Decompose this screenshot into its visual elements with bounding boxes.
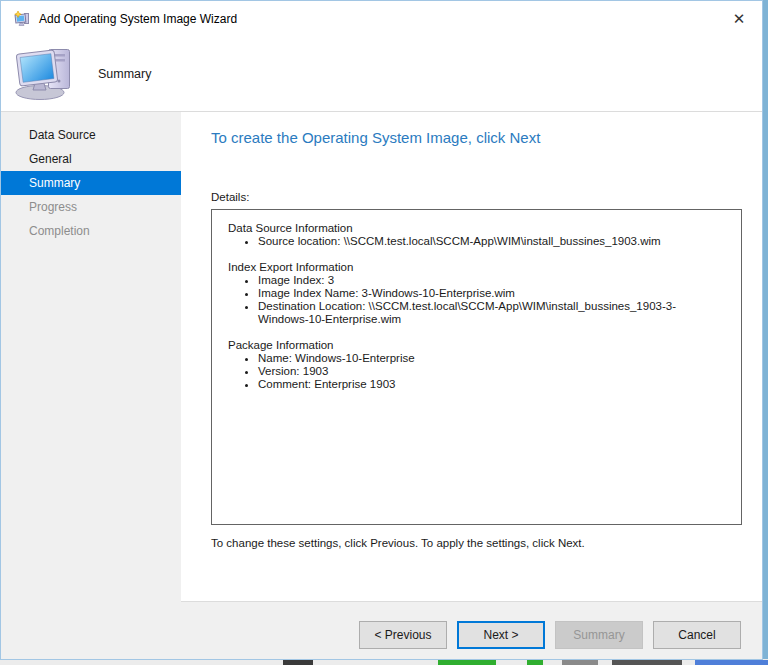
summary-button[interactable]: Summary: [555, 621, 643, 649]
details-label: Details:: [211, 191, 762, 203]
sidebar-item-summary[interactable]: Summary: [1, 171, 181, 195]
wizard-step-sidebar: Data Source General Summary Progress Com…: [1, 112, 181, 659]
page-title: Summary: [98, 67, 151, 81]
cancel-button[interactable]: Cancel: [653, 621, 741, 649]
background-fragment: [562, 660, 598, 665]
sidebar-item-data-source[interactable]: Data Source: [1, 123, 181, 147]
section-title: Index Export Information: [228, 261, 725, 274]
detail-item: Name: Windows-10-Enterprise: [258, 352, 725, 365]
section-title: Package Information: [228, 339, 725, 352]
detail-item: Image Index Name: 3-Windows-10-Enterpris…: [258, 287, 725, 300]
next-button[interactable]: Next >: [457, 621, 545, 649]
background-fragment: [612, 660, 682, 665]
settings-footnote: To change these settings, click Previous…: [211, 537, 762, 549]
wizard-page: To create the Operating System Image, cl…: [181, 112, 762, 659]
button-bar: < Previous Next > Summary Cancel: [181, 602, 762, 659]
screen: Add Operating System Image Wizard ✕: [0, 0, 768, 665]
details-section-index-export: Index Export Information Image Index: 3 …: [228, 261, 725, 326]
details-section-package: Package Information Name: Windows-10-Ent…: [228, 339, 725, 391]
window-title: Add Operating System Image Wizard: [39, 12, 237, 26]
detail-item: Source location: \\SCCM.test.local\SCCM-…: [258, 235, 725, 248]
detail-item: Destination Location: \\SCCM.test.local\…: [258, 300, 725, 326]
sidebar-item-completion: Completion: [1, 219, 181, 243]
computer-icon: [15, 48, 75, 100]
detail-item: Version: 1903: [258, 365, 725, 378]
sidebar-item-progress: Progress: [1, 195, 181, 219]
summary-page: To create the Operating System Image, cl…: [181, 112, 762, 601]
detail-item: Image Index: 3: [258, 274, 725, 287]
details-box: Data Source Information Source location:…: [211, 209, 742, 525]
close-icon: ✕: [733, 10, 746, 28]
title-bar: Add Operating System Image Wizard ✕: [1, 1, 762, 37]
background-fragment: [438, 660, 496, 665]
previous-button[interactable]: < Previous: [359, 621, 447, 649]
sidebar-item-general[interactable]: General: [1, 147, 181, 171]
background-fragment: [527, 660, 543, 665]
background-fragment: [695, 660, 768, 665]
details-section-data-source: Data Source Information Source location:…: [228, 222, 725, 248]
wizard-dialog: Add Operating System Image Wizard ✕: [0, 0, 763, 660]
background-fragment: [283, 660, 313, 665]
page-heading: To create the Operating System Image, cl…: [211, 129, 742, 146]
close-button[interactable]: ✕: [716, 1, 762, 37]
detail-item: Comment: Enterprise 1903: [258, 378, 725, 391]
wizard-app-icon: [14, 11, 30, 27]
wizard-header: Summary: [1, 37, 762, 111]
section-title: Data Source Information: [228, 222, 725, 235]
